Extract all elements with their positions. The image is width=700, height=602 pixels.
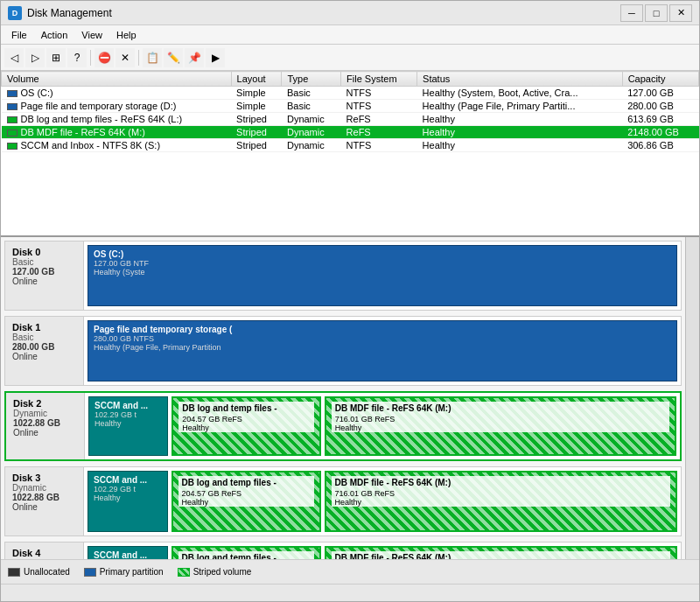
app-icon: D (8, 6, 22, 20)
col-filesystem[interactable]: File System (341, 72, 417, 87)
disk-type: Basic (12, 257, 76, 267)
vol-sub2: Healthy (Syste (94, 268, 671, 276)
disk-row[interactable]: Disk 4 Dynamic 1022.88 GB Online SCCM an… (4, 542, 682, 559)
toolbar-sep-2 (138, 50, 139, 66)
legend-primary: Primary partition (84, 567, 164, 577)
menu-view[interactable]: View (74, 28, 109, 42)
volume-block[interactable]: DB MDF file - ReFS 64K (M:) 716.01 GB Re… (325, 396, 676, 456)
volume-block[interactable]: DB MDF file - ReFS 64K (M:) 716.01 GB Re… (325, 546, 678, 559)
vol-sub1: 716.01 GB ReFS (332, 415, 669, 424)
disk-status: Online (12, 502, 76, 512)
cell-status: Healthy (System, Boot, Active, Cra... (417, 87, 623, 100)
cancel-button[interactable]: ✕ (116, 48, 135, 67)
cell-filesystem: NTFS (341, 139, 417, 152)
menu-help[interactable]: Help (109, 28, 144, 42)
cell-layout: Simple (231, 100, 282, 113)
disk-size: 127.00 GB (12, 267, 76, 276)
vol-sub2: Healthy (Page File, Primary Partition (94, 343, 671, 352)
cell-type: Dynamic (282, 126, 341, 139)
grid-button[interactable]: ⊞ (46, 48, 66, 67)
volume-block[interactable]: DB log and temp files - 204.57 GB ReFS H… (172, 396, 321, 456)
edit-button[interactable]: ✏️ (164, 48, 183, 67)
striped-label: Striped volume (193, 567, 252, 577)
volume-block[interactable]: SCCM and ... 102.29 GB t Healthy (88, 546, 168, 559)
vol-label: SCCM and ... (94, 475, 162, 485)
striped-swatch (178, 568, 190, 577)
cell-filesystem: NTFS (341, 87, 417, 100)
vol-label: DB MDF file - ReFS 64K (M:) (332, 402, 669, 415)
copy-button[interactable]: 📋 (143, 48, 162, 67)
table-row[interactable]: DB MDF file - ReFS 64K (M:) Striped Dyna… (2, 126, 699, 139)
col-status[interactable]: Status (417, 72, 623, 87)
table-row[interactable]: DB log and temp files - ReFS 64K (L:) St… (2, 113, 699, 126)
disk-id: Disk 0 (12, 247, 76, 257)
cell-type: Basic (282, 87, 341, 100)
vol-label: DB MDF file - ReFS 64K (M:) (332, 476, 671, 489)
disk-size: 280.00 GB (12, 342, 76, 352)
volume-block[interactable]: Page file and temporary storage ( 280.00… (88, 320, 677, 382)
cell-type: Basic (282, 100, 341, 113)
help-button[interactable]: ? (67, 48, 87, 67)
disk-volumes: OS (C:) 127.00 GB NTF Healthy (Syste (84, 242, 681, 310)
menu-action[interactable]: Action (34, 28, 75, 42)
volume-block[interactable]: SCCM and ... 102.29 GB t Healthy (88, 396, 168, 456)
cell-volume: SCCM and Inbox - NTFS 8K (S:) (2, 139, 232, 152)
legend-striped: Striped volume (178, 567, 252, 577)
disk-type: Basic (12, 332, 76, 342)
volume-block[interactable]: DB MDF file - ReFS 64K (M:) 716.01 GB Re… (325, 471, 678, 532)
disk-label: Disk 4 Dynamic 1022.88 GB Online (5, 542, 84, 559)
volume-table-panel: Volume Layout Type File System Status Ca… (1, 71, 699, 237)
cell-status: Healthy (Page File, Primary Partiti... (417, 100, 623, 113)
table-row[interactable]: Page file and temporary storage (D:) Sim… (2, 100, 699, 113)
disk-status: Online (13, 428, 77, 438)
disk-row[interactable]: Disk 1 Basic 280.00 GB Online Page file … (4, 316, 682, 386)
disk-row[interactable]: Disk 2 Dynamic 1022.88 GB Online SCCM an… (4, 391, 682, 461)
content-area: Volume Layout Type File System Status Ca… (1, 71, 699, 601)
col-capacity[interactable]: Capacity (622, 72, 698, 87)
col-layout[interactable]: Layout (231, 72, 282, 87)
vol-sub1: 102.29 GB t (94, 410, 162, 419)
volume-block[interactable]: SCCM and ... 102.29 GB t Healthy (88, 471, 168, 532)
vol-label: Page file and temporary storage ( (94, 325, 671, 334)
volume-block[interactable]: DB log and temp files - 204.57 GB ReFS H… (172, 546, 321, 559)
maximize-button[interactable]: □ (645, 4, 668, 22)
disk-type: Dynamic (12, 483, 76, 493)
back-button[interactable]: ◁ (4, 48, 24, 67)
disk-label: Disk 2 Dynamic 1022.88 GB Online (6, 393, 85, 459)
disk-volumes: SCCM and ... 102.29 GB t Healthy DB log … (85, 393, 680, 459)
scrollbar[interactable] (685, 237, 699, 559)
col-type[interactable]: Type (282, 72, 341, 87)
cell-layout: Striped (231, 126, 282, 139)
table-row[interactable]: OS (C:) Simple Basic NTFS Healthy (Syste… (2, 87, 699, 100)
vol-sub2: Healthy (178, 498, 314, 507)
vol-sub2: Healthy (94, 494, 162, 502)
disk-row[interactable]: Disk 3 Dynamic 1022.88 GB Online SCCM an… (4, 466, 682, 536)
table-row[interactable]: SCCM and Inbox - NTFS 8K (S:) Striped Dy… (2, 139, 699, 152)
close-button[interactable]: ✕ (669, 4, 692, 22)
cell-layout: Striped (231, 113, 282, 126)
disk-status: Online (12, 276, 76, 286)
cell-layout: Striped (231, 139, 282, 152)
menu-file[interactable]: File (4, 28, 34, 42)
play-button[interactable]: ▶ (206, 48, 225, 67)
forward-button[interactable]: ▷ (25, 48, 45, 67)
disk-row[interactable]: Disk 0 Basic 127.00 GB Online OS (C:) 12… (4, 241, 682, 311)
pin-button[interactable]: 📌 (185, 48, 204, 67)
vol-sub2: Healthy (332, 498, 671, 507)
menu-bar: File Action View Help (1, 25, 699, 45)
minimize-button[interactable]: ─ (620, 4, 643, 22)
cell-status: Healthy (417, 139, 623, 152)
cell-volume: DB MDF file - ReFS 64K (M:) (2, 126, 232, 139)
disk-id: Disk 4 (12, 548, 76, 558)
vol-sub2: Healthy (332, 424, 669, 432)
volume-block[interactable]: OS (C:) 127.00 GB NTF Healthy (Syste (88, 245, 677, 306)
col-volume[interactable]: Volume (2, 72, 232, 87)
disk-panel: Disk 0 Basic 127.00 GB Online OS (C:) 12… (1, 237, 685, 559)
cell-type: Dynamic (282, 113, 341, 126)
disk-id: Disk 2 (13, 398, 77, 409)
toolbar-sep-1 (90, 50, 91, 66)
volume-block[interactable]: DB log and temp files - 204.57 GB ReFS H… (172, 471, 321, 532)
disk-label: Disk 0 Basic 127.00 GB Online (5, 242, 84, 310)
vol-label: SCCM and ... (94, 401, 162, 410)
stop-button[interactable]: ⛔ (94, 48, 114, 67)
